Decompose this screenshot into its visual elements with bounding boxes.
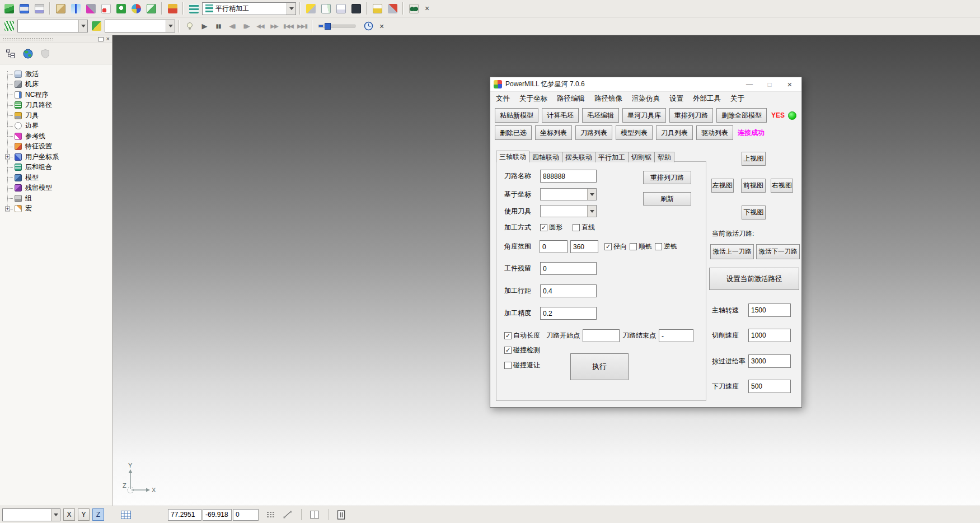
calc-stock-button[interactable]: 计算毛坯: [542, 108, 579, 123]
form-icon[interactable]: [334, 2, 348, 15]
spindle-speed-input[interactable]: [748, 303, 791, 317]
z-arrow-icon[interactable]: [69, 2, 82, 15]
tab-parallel[interactable]: 平行加工: [595, 152, 629, 162]
rearrange-toolpaths-button[interactable]: 重排列刀路: [669, 108, 713, 123]
collision-avoid-checkbox[interactable]: [504, 362, 512, 369]
menu-about[interactable]: 关于: [730, 94, 744, 104]
float-panel-button[interactable]: [98, 37, 104, 41]
radial-checkbox[interactable]: ✓: [604, 243, 612, 250]
menu-path-edit[interactable]: 路径编辑: [557, 94, 585, 104]
view-right-button[interactable]: 右视图: [771, 179, 793, 193]
plot-icon[interactable]: [319, 2, 332, 15]
block-icon[interactable]: [54, 2, 67, 15]
set-active-path-button[interactable]: 设置当前激活路径: [709, 268, 799, 290]
tree-item-toolpaths[interactable]: 刀具路径: [0, 100, 112, 111]
maximize-button[interactable]: □: [761, 81, 778, 88]
chart-icon[interactable]: [371, 2, 384, 15]
tree-item-stock-models[interactable]: 残留模型: [0, 183, 112, 194]
drive-list-button[interactable]: 驱动列表: [696, 125, 733, 140]
axis-x-button[interactable]: X: [63, 508, 75, 521]
print-icon[interactable]: [32, 2, 46, 15]
cutter-icon[interactable]: [386, 2, 399, 15]
tree-item-boundaries[interactable]: 边界: [0, 121, 112, 132]
coord-x-field[interactable]: 77.2951: [168, 509, 201, 521]
menu-coords[interactable]: 关于坐标: [519, 94, 547, 104]
compass-icon[interactable]: [129, 2, 143, 15]
delete-selected-button[interactable]: 删除已选: [495, 125, 532, 140]
use-tool-dropdown[interactable]: [540, 205, 597, 217]
tree-item-workplanes[interactable]: +用户坐标系: [0, 152, 112, 162]
tree-item-activate[interactable]: 激活: [0, 69, 112, 80]
chevron-down-icon[interactable]: [78, 20, 87, 32]
pane-layout-icon[interactable]: [310, 511, 319, 519]
sim-toolbar-close-button[interactable]: ×: [377, 22, 387, 31]
activate-next-button[interactable]: 激活下一刀路: [756, 244, 800, 259]
coord-list-button[interactable]: 坐标列表: [535, 125, 572, 140]
monitor-icon[interactable]: [337, 510, 345, 520]
chevron-down-icon[interactable]: [51, 509, 60, 521]
slider-handle[interactable]: [325, 23, 331, 30]
clock-icon[interactable]: [362, 20, 375, 33]
tree-item-macros[interactable]: +宏: [0, 204, 112, 214]
grid-icon[interactable]: [119, 508, 133, 521]
list-icon[interactable]: [266, 511, 275, 519]
axis-y-button[interactable]: Y: [78, 508, 90, 521]
layers-icon[interactable]: [2, 2, 16, 15]
view-top-button[interactable]: 上视图: [742, 152, 766, 166]
view-bottom-button[interactable]: 下视图: [742, 206, 766, 220]
chevron-down-icon[interactable]: [287, 3, 296, 15]
step-back-button[interactable]: ◀▮: [226, 20, 238, 32]
tool-magenta-icon[interactable]: [84, 2, 97, 15]
conventional-checkbox[interactable]: [655, 243, 662, 250]
delete-all-models-button[interactable]: 删除全部模型: [716, 108, 767, 123]
simulation-speed-slider[interactable]: [318, 25, 355, 27]
dialog-titlebar[interactable]: PowerMILL 忆梦星河 7.0.6 — □ ×: [490, 77, 801, 92]
go-to-end-button[interactable]: ▶▶▮: [296, 20, 308, 32]
tree-item-groups[interactable]: 组: [0, 193, 112, 204]
tree-item-feature-sets[interactable]: 特征设置: [0, 142, 112, 152]
coord-y-field[interactable]: -69.918: [203, 509, 232, 521]
tree-item-tools[interactable]: 刀具: [0, 110, 112, 121]
chevron-down-icon[interactable]: [587, 189, 596, 200]
toolpath-name-input[interactable]: [540, 170, 597, 183]
tool-yellow-icon[interactable]: [304, 2, 317, 15]
copy-icon[interactable]: [144, 2, 158, 15]
rapid-feed-input[interactable]: [748, 354, 791, 368]
menu-render-sim[interactable]: 渲染仿真: [632, 94, 660, 104]
view-left-button[interactable]: 左视图: [711, 179, 734, 193]
tool-library-button[interactable]: 星河刀具库: [622, 108, 666, 123]
stock-remain-input[interactable]: [540, 262, 597, 275]
stepover-input[interactable]: [540, 284, 597, 297]
circle-checkbox[interactable]: ✓: [540, 224, 547, 231]
curve-icon[interactable]: [99, 2, 112, 15]
line-checkbox[interactable]: [573, 224, 580, 231]
edit-stock-button[interactable]: 毛坯编辑: [582, 108, 619, 123]
tab-3axis[interactable]: 三轴联动: [496, 151, 529, 162]
tree-item-machine[interactable]: 机床: [0, 80, 112, 90]
status-dropdown[interactable]: [2, 508, 60, 521]
sim-toolpath-dropdown[interactable]: [17, 20, 88, 32]
paste-model-button[interactable]: 粘贴新模型: [495, 108, 538, 123]
chevron-down-icon[interactable]: [587, 206, 596, 217]
tree-item-models[interactable]: 模型: [0, 172, 112, 183]
save-icon[interactable]: [17, 2, 31, 15]
angle-to-input[interactable]: [570, 240, 598, 253]
start-point-input[interactable]: [583, 329, 620, 342]
shield-icon[interactable]: [37, 46, 53, 62]
close-panel-button[interactable]: ×: [106, 36, 110, 42]
clamp-icon[interactable]: [114, 2, 128, 15]
lightbulb-icon[interactable]: [183, 20, 196, 33]
path-icon[interactable]: [90, 20, 103, 33]
tool-download-icon[interactable]: [166, 2, 179, 15]
play-button[interactable]: ▶: [198, 20, 210, 32]
tree-item-nc-programs[interactable]: NC程序: [0, 90, 112, 100]
expand-icon[interactable]: +: [5, 155, 10, 160]
menu-file[interactable]: 文件: [496, 94, 510, 104]
step-forward-button[interactable]: ▮▶: [240, 20, 252, 32]
tab-saw[interactable]: 切割锯: [628, 152, 655, 162]
activate-prev-button[interactable]: 激活上一刀路: [710, 244, 754, 259]
toolbar-close-button[interactable]: ×: [422, 4, 432, 13]
angle-from-input[interactable]: [540, 240, 568, 253]
menu-settings[interactable]: 设置: [669, 94, 683, 104]
refresh-button[interactable]: 刷新: [643, 192, 691, 206]
